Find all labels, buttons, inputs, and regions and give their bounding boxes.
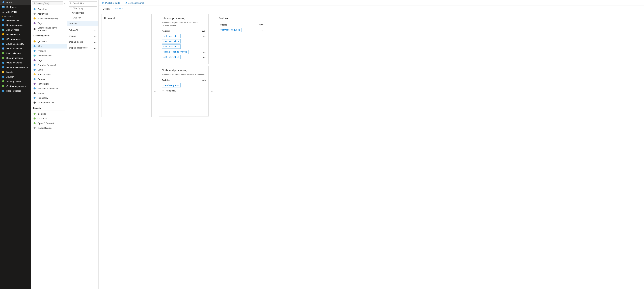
blade-item-groups[interactable]: Groups [31, 77, 67, 81]
blade-item[interactable]: Access control (IAM) [31, 16, 67, 21]
api-search[interactable] [69, 1, 97, 5]
nav-home[interactable]: Home [0, 0, 31, 5]
nav-dashboard[interactable]: Dashboard [0, 5, 31, 10]
more-icon[interactable]: … [203, 51, 206, 52]
nav-item[interactable]: Azure Active Directory [0, 65, 31, 70]
collapse-blade-icon[interactable]: « [64, 2, 66, 5]
nav-item[interactable]: All resources [0, 18, 31, 23]
api-item[interactable]: shopapi-books… [68, 39, 98, 45]
blade-item-named-values[interactable]: Named values [31, 53, 67, 58]
blade-item-subscriptions[interactable]: Subscriptions [31, 72, 67, 77]
blade-item-repository[interactable]: Repository [31, 96, 67, 100]
blade-icon [33, 97, 36, 99]
policy-badge[interactable]: cache-lookup-value [162, 50, 188, 54]
blade-search[interactable] [32, 1, 63, 5]
more-icon[interactable]: … [203, 36, 206, 37]
blade-item[interactable]: Tags [31, 21, 67, 26]
policy-row: forward-request… [219, 28, 264, 32]
svg-point-42 [34, 122, 36, 124]
group-by-tag-checkbox[interactable] [69, 12, 71, 14]
blade-item-notification-templates[interactable]: Notification templates [31, 86, 67, 91]
api-filter[interactable] [69, 6, 97, 11]
blade-item-ca-certificates[interactable]: CA certificates [31, 126, 67, 130]
blade-item-tags[interactable]: Tags [31, 58, 67, 63]
blade-item-users[interactable]: Users [31, 67, 67, 72]
more-icon[interactable]: … [94, 42, 97, 43]
api-item[interactable]: shopapi… [68, 33, 98, 39]
nav-item[interactable]: Security Center [0, 79, 31, 84]
more-icon[interactable]: … [203, 56, 206, 57]
policy-badge[interactable]: set-variable [162, 34, 180, 38]
nav-item[interactable]: Advisor [0, 74, 31, 79]
more-icon[interactable]: … [203, 41, 206, 42]
nav-all-services[interactable]: All services [0, 10, 31, 14]
blade-item-management-api[interactable]: Management API [31, 100, 67, 105]
more-icon[interactable]: … [203, 85, 206, 86]
nav-item[interactable]: Virtual machines [0, 46, 31, 51]
nav-item[interactable]: Storage accounts [0, 56, 31, 60]
policy-badge[interactable]: set-variable [162, 39, 180, 44]
api-search-input[interactable] [72, 2, 96, 5]
code-icon[interactable]: </> [259, 23, 264, 26]
nav-item[interactable]: Virtual networks [0, 60, 31, 65]
add-policy-button[interactable]: ＋ Add policy [162, 90, 206, 92]
blade-item-products[interactable]: Products [31, 49, 67, 53]
tab-settings[interactable]: Settings [112, 6, 126, 12]
blade-item[interactable]: Overview [31, 7, 67, 12]
nav-item[interactable]: App Services [0, 27, 31, 32]
more-icon[interactable]: … [94, 30, 97, 31]
blade-item-apis[interactable]: APIs [31, 44, 67, 49]
policy-badge[interactable]: send-request [162, 83, 180, 87]
frontend-title: Frontend [104, 17, 149, 20]
api-item[interactable]: Echo API… [68, 27, 98, 33]
main-area: Publisher portal Developer portal Design… [98, 0, 644, 289]
developer-portal-link[interactable]: Developer portal [124, 2, 144, 4]
nav-item[interactable]: Help + support [0, 88, 31, 93]
nav-item-label: Monitor [6, 71, 14, 73]
policy-row: set-variable… [162, 39, 206, 44]
api-item[interactable]: shopapi-electronics… [68, 45, 98, 51]
api-filter-input[interactable] [72, 7, 96, 10]
nav-item[interactable]: Resource groups [0, 23, 31, 27]
all-apis-item[interactable]: All APIs [67, 21, 98, 26]
svg-point-22 [34, 13, 36, 15]
blade-item-openid-connect[interactable]: OpenID Connect [31, 121, 67, 126]
blade-item[interactable]: Activity log [31, 12, 67, 16]
nav-item[interactable]: Azure Cosmos DB [0, 42, 31, 46]
code-icon[interactable]: </> [202, 30, 206, 32]
blade-item[interactable]: Diagnose and solve problems [31, 26, 67, 33]
nav-item-label: Resource groups [6, 24, 23, 26]
blade-item-notifications[interactable]: Notifications [31, 81, 67, 86]
more-icon[interactable]: … [94, 36, 97, 37]
code-icon[interactable]: </> [202, 79, 206, 82]
tab-design[interactable]: Design [100, 6, 112, 12]
group-by-tag[interactable]: Group by tag [69, 12, 97, 15]
blade-search-input[interactable] [36, 2, 62, 5]
policy-badge[interactable]: forward-request [219, 28, 242, 32]
blade-icon [33, 73, 36, 76]
blade-item-issues[interactable]: Issues [31, 91, 67, 96]
publisher-portal-link[interactable]: Publisher portal [102, 2, 120, 4]
blade-item-identities[interactable]: Identities [31, 111, 67, 116]
shield-icon [33, 112, 36, 115]
more-icon[interactable]: … [94, 47, 97, 48]
more-icon[interactable]: … [260, 29, 264, 30]
add-api-button[interactable]: ＋ Add API [69, 16, 97, 20]
nav-item[interactable]: Load balancers [0, 51, 31, 56]
svg-point-24 [34, 22, 36, 24]
blade-icon [33, 22, 36, 25]
nav-item[interactable]: Cost Management + Billing [0, 84, 31, 88]
blade-item-oauth-2-0[interactable]: OAuth 2.0 [31, 116, 67, 121]
more-icon[interactable]: … [203, 46, 206, 47]
blade-item-quickstart[interactable]: Quickstart [31, 39, 67, 44]
nav-item[interactable]: Function Apps [0, 32, 31, 37]
blade-item-label: Groups [38, 78, 45, 80]
policy-badge[interactable]: set-variable [162, 55, 180, 59]
nav-item[interactable]: Monitor [0, 70, 31, 74]
nav-item[interactable]: SQL databases [0, 37, 31, 42]
blade-item-analytics-preview-[interactable]: Analytics (preview) [31, 63, 67, 67]
blade-icon [33, 17, 36, 20]
external-link-icon [124, 2, 127, 4]
policy-badge[interactable]: set-variable [162, 45, 180, 49]
search-icon [33, 2, 36, 5]
